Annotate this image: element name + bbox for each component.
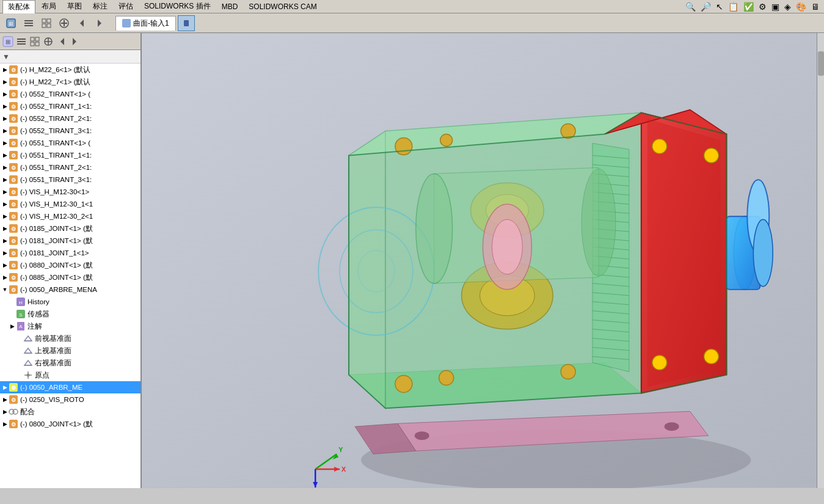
tree-arrow-tirant1_1[interactable] bbox=[1, 103, 9, 110]
tree-arrow-vis_m12_30_2[interactable] bbox=[1, 213, 9, 220]
toolbar-plus-btn[interactable] bbox=[56, 15, 73, 31]
tree-arrow-joint181_1[interactable] bbox=[1, 249, 9, 257]
left-tb-grid-btn[interactable] bbox=[28, 35, 42, 48]
menu-mbd[interactable]: MBD bbox=[217, 1, 243, 12]
component-tree[interactable]: ⚙(-) H_M22_6<1> (默认⚙(-) H_M22_7<1> (默认⚙(… bbox=[0, 64, 140, 488]
tree-item-roto0250[interactable]: ⚙(-) 0250_VIS_ROTO bbox=[0, 393, 140, 406]
svg-text:X: X bbox=[341, 466, 346, 473]
cursor-icon[interactable]: ↖ bbox=[716, 2, 723, 12]
view-icon[interactable]: ▣ bbox=[771, 2, 779, 12]
left-tb-eye-btn[interactable]: ⊞ bbox=[1, 35, 15, 48]
tree-arrow-tirant51_1[interactable] bbox=[1, 152, 9, 159]
tree-item-right_plane[interactable]: 右视基准面 bbox=[0, 357, 140, 369]
menu-sw-plugin[interactable]: SOLIDWORKS 插件 bbox=[139, 0, 216, 13]
tree-item-annotation[interactable]: A注解 bbox=[0, 320, 140, 332]
tree-item-tirant2[interactable]: ⚙(-) 0552_TIRANT_2<1: bbox=[0, 112, 140, 125]
search-icon[interactable]: 🔍 bbox=[685, 2, 696, 12]
toolbar-component-btn[interactable]: ⊞ bbox=[2, 15, 20, 31]
tree-item-vis_m12_30_2[interactable]: ⚙(-) VIS_H_M12-30_2<1 bbox=[0, 210, 140, 222]
tree-item-tirant51[interactable]: ⚙(-) 0551_TIRANT<1> ( bbox=[0, 137, 140, 149]
menu-sketch[interactable]: 草图 bbox=[62, 0, 87, 13]
tree-arrow-tirant52[interactable] bbox=[1, 164, 9, 171]
tree-arrow-tirant3[interactable] bbox=[1, 127, 9, 134]
zoom-icon[interactable]: 🔎 bbox=[701, 2, 711, 12]
svg-text:⚙: ⚙ bbox=[11, 67, 16, 73]
tree-arrow-annotation[interactable] bbox=[9, 323, 16, 330]
tree-arrow-tirant2[interactable] bbox=[1, 115, 9, 122]
menu-sw-cam[interactable]: SOLIDWORKS CAM bbox=[244, 1, 321, 12]
tree-arrow-h_m22_6[interactable] bbox=[1, 66, 9, 73]
tree-arrow-joint880[interactable] bbox=[1, 261, 9, 269]
scrollbar-thumb[interactable] bbox=[818, 51, 824, 76]
svg-point-92 bbox=[415, 431, 429, 440]
left-tb-prev-btn[interactable] bbox=[55, 35, 68, 48]
tree-item-origin[interactable]: 原点 bbox=[0, 369, 140, 381]
svg-point-87 bbox=[13, 409, 18, 414]
tree-label-history: History bbox=[27, 298, 49, 305]
tree-arrow-joint0800[interactable] bbox=[1, 420, 9, 428]
tree-arrow-arbre0050_2[interactable] bbox=[1, 384, 9, 391]
tree-arrow-vis_m12_30_1[interactable] bbox=[1, 200, 9, 208]
tree-arrow-tirant53[interactable] bbox=[1, 176, 9, 183]
menu-assembly[interactable]: 装配体 bbox=[2, 0, 35, 13]
viewport-scrollbar[interactable] bbox=[817, 33, 824, 488]
menu-annotation[interactable]: 标注 bbox=[88, 0, 112, 13]
tree-item-arbre0050[interactable]: ⚙(-) 0050_ARBRE_MENA bbox=[0, 283, 140, 296]
tree-item-joint185[interactable]: ⚙(-) 0185_JOINT<1> (默 bbox=[0, 222, 140, 235]
toolbar-next-btn[interactable] bbox=[91, 15, 108, 31]
tree-item-joint0800[interactable]: ⚙(-) 0800_JOINT<1> (默 bbox=[0, 418, 140, 430]
cube-icon[interactable]: ◈ bbox=[784, 2, 791, 12]
toolbar-list-btn[interactable] bbox=[20, 15, 37, 31]
monitor-icon[interactable]: 🖥 bbox=[811, 2, 820, 12]
toolbar-grid-btn[interactable] bbox=[38, 15, 55, 31]
tree-arrow-joint885[interactable] bbox=[1, 274, 9, 281]
tree-arrow-mating[interactable] bbox=[1, 408, 9, 415]
tree-arrow-vis_m12_30[interactable] bbox=[1, 188, 9, 195]
left-tb-cross-btn[interactable] bbox=[42, 35, 55, 48]
menu-layout[interactable]: 布局 bbox=[37, 0, 61, 13]
check-icon[interactable]: ✅ bbox=[743, 2, 754, 12]
surface-tab[interactable]: 曲面-输入1 bbox=[115, 16, 176, 31]
svg-rect-3 bbox=[24, 23, 33, 24]
cad-viewport[interactable]: Y X Z bbox=[142, 33, 824, 488]
tree-item-mating[interactable]: 配合 bbox=[0, 406, 140, 418]
tree-arrow-joint181[interactable] bbox=[1, 237, 9, 244]
tree-item-h_m22_7[interactable]: ⚙(-) H_M22_7<1> (默认 bbox=[0, 76, 140, 88]
tree-item-tirant1[interactable]: ⚙(-) 0552_TIRANT<1> ( bbox=[0, 88, 140, 100]
tree-item-top_plane[interactable]: 上视基准面 bbox=[0, 345, 140, 357]
left-tb-list-btn[interactable] bbox=[15, 35, 28, 48]
tree-item-joint880[interactable]: ⚙(-) 0880_JOINT<1> (默 bbox=[0, 259, 140, 271]
tree-item-tirant51_1[interactable]: ⚙(-) 0551_TIRANT_1<1: bbox=[0, 149, 140, 161]
tree-item-tirant52[interactable]: ⚙(-) 0551_TIRANT_2<1: bbox=[0, 161, 140, 173]
tree-item-tirant1_1[interactable]: ⚙(-) 0552_TIRANT_1<1: bbox=[0, 100, 140, 112]
left-tb-next-btn[interactable] bbox=[68, 35, 82, 48]
menu-evaluate[interactable]: 评估 bbox=[114, 0, 138, 13]
tree-item-front_plane[interactable]: 前视基准面 bbox=[0, 332, 140, 345]
tree-item-arbre0050_2[interactable]: ⚙(-) 0050_ARBR_ME bbox=[0, 381, 140, 393]
tree-arrow-arbre0050[interactable] bbox=[1, 286, 9, 293]
svg-point-138 bbox=[395, 375, 412, 392]
tree-item-joint181_1[interactable]: ⚙(-) 0181_JOINT_1<1> bbox=[0, 247, 140, 259]
tree-item-sensor[interactable]: S传感器 bbox=[0, 308, 140, 320]
tree-arrow-h_m22_7[interactable] bbox=[1, 78, 9, 86]
palette-icon[interactable]: 🎨 bbox=[796, 2, 806, 12]
toolbar-prev-btn[interactable] bbox=[73, 15, 90, 31]
tree-arrow-tirant51[interactable] bbox=[1, 139, 9, 147]
copy-icon[interactable]: 📋 bbox=[728, 2, 738, 12]
tree-item-history[interactable]: HHistory bbox=[0, 296, 140, 308]
tree-item-tirant3[interactable]: ⚙(-) 0552_TIRANT_3<1: bbox=[0, 125, 140, 137]
tree-item-vis_m12_30[interactable]: ⚙(-) VIS_H_M12-30<1> bbox=[0, 186, 140, 198]
settings-icon[interactable]: ⚙ bbox=[759, 2, 767, 12]
tree-item-vis_m12_30_1[interactable]: ⚙(-) VIS_H_M12-30_1<1 bbox=[0, 198, 140, 210]
tree-arrow-tirant1[interactable] bbox=[1, 90, 9, 98]
tree-item-h_m22_6[interactable]: ⚙(-) H_M22_6<1> (默认 bbox=[0, 64, 140, 76]
tab-pin-btn[interactable] bbox=[178, 15, 195, 31]
tree-label-tirant51_1: (-) 0551_TIRANT_1<1: bbox=[20, 152, 92, 159]
tree-arrow-joint185[interactable] bbox=[1, 225, 9, 232]
svg-text:⚙: ⚙ bbox=[11, 263, 16, 269]
tree-item-joint181[interactable]: ⚙(-) 0181_JOINT<1> (默 bbox=[0, 235, 140, 247]
tree-item-joint885[interactable]: ⚙(-) 0885_JOINT<1> (默 bbox=[0, 271, 140, 283]
tree-label-h_m22_6: (-) H_M22_6<1> (默认 bbox=[20, 65, 90, 75]
tree-arrow-roto0250[interactable] bbox=[1, 396, 9, 403]
tree-item-tirant53[interactable]: ⚙(-) 0551_TIRANT_3<1: bbox=[0, 173, 140, 186]
